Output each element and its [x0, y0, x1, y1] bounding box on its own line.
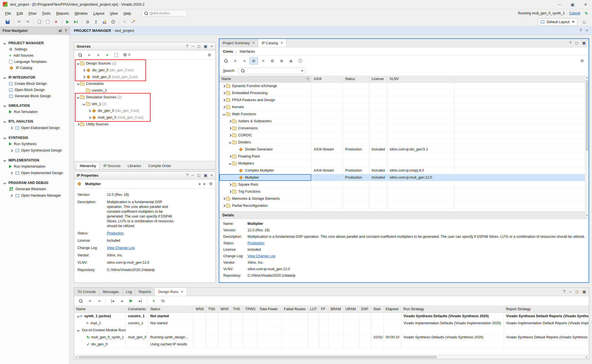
run-column-header-tns[interactable]: TNS: [206, 306, 218, 312]
percent-button[interactable]: %: [159, 297, 167, 305]
flownav-item-open-synthesized-design[interactable]: Open Synthesized Design: [0, 147, 70, 154]
step-forward-button[interactable]: ▸|: [136, 297, 145, 305]
source-item-constraints[interactable]: Constraints: [74, 80, 215, 87]
subtab-cores[interactable]: Cores: [223, 50, 233, 54]
info-button[interactable]: ⓘ: [296, 57, 304, 65]
catalog-row-dividers[interactable]: Dividers: [219, 139, 589, 146]
ip-properties-help-button[interactable]: ?: [186, 173, 188, 177]
flownav-item-settings[interactable]: ⚙Settings: [0, 46, 70, 52]
run-column-header-run-strategy[interactable]: Run Strategy: [401, 306, 504, 312]
run-column-header-total-power[interactable]: Total Power: [257, 306, 282, 312]
expand-toggle[interactable]: [81, 68, 86, 72]
catalog-row-trig-functions[interactable]: Trig Functions: [219, 188, 589, 195]
source-item-utility-sources[interactable]: Utility Sources: [74, 121, 215, 128]
package-button[interactable]: ◈: [287, 57, 295, 65]
tab-messages[interactable]: Messages: [100, 288, 123, 296]
run-column-header-start[interactable]: Start: [371, 306, 384, 312]
play-button[interactable]: [127, 297, 135, 305]
edit-button[interactable]: ✎: [120, 18, 129, 26]
flownav-section-header[interactable]: PROJECT MANAGER: [0, 40, 70, 46]
runs-help-button[interactable]: ?: [563, 290, 565, 294]
run-column-header-ff[interactable]: FF: [319, 306, 329, 312]
catalog-row-math-functions[interactable]: Math Functions: [219, 111, 589, 118]
source-item-sim-1[interactable]: sim_1(2): [74, 101, 215, 107]
copy-button[interactable]: [35, 18, 43, 26]
run-column-header-status[interactable]: Status: [148, 306, 194, 312]
collapse-toggle[interactable]: [2, 181, 7, 185]
flownav-item-generate-bitstream[interactable]: Generate Bitstream: [0, 186, 70, 192]
catalog-row-partial-reconfiguration[interactable]: Partial Reconfiguration: [219, 202, 589, 209]
menu-flow[interactable]: Flow: [26, 10, 39, 17]
collapse-all-button[interactable]: ≡: [86, 297, 94, 305]
runs-maximize-button[interactable]: ▣: [582, 290, 586, 294]
add-button[interactable]: +: [103, 51, 111, 59]
catalog-maximize-button[interactable]: ▣: [582, 41, 586, 45]
sources-tab-libraries[interactable]: Libraries: [125, 163, 144, 169]
search-button[interactable]: [76, 297, 85, 305]
settings-button[interactable]: ⚙: [83, 18, 92, 26]
run-column-header-failed-routes[interactable]: Failed Routes: [282, 306, 308, 312]
scroll-down-icon[interactable]: ▾: [585, 213, 589, 217]
flownav-section-header[interactable]: SYNTHESIS: [0, 135, 70, 141]
source-item-div-gen-0[interactable]: div_gen_0(div_gen_0.xci): [74, 67, 215, 74]
sources-tab-compile-order[interactable]: Compile Order: [145, 163, 174, 169]
sources-close-button[interactable]: ×: [211, 44, 213, 48]
undo-button[interactable]: ↶: [15, 18, 23, 26]
flownav-section-header[interactable]: IP INTEGRATOR: [0, 74, 70, 81]
expand-toggle[interactable]: [228, 126, 232, 130]
close-button[interactable]: ×: [586, 28, 588, 33]
run-column-header-name[interactable]: Name: [74, 306, 126, 312]
expand-toggle[interactable]: [76, 122, 80, 126]
flownav-item-add-sources[interactable]: +Add Sources: [0, 52, 70, 59]
menu-window[interactable]: Window: [72, 10, 90, 17]
close-button[interactable]: ×: [579, 0, 592, 9]
tab-reports[interactable]: Reports: [135, 288, 155, 296]
expand-all-button[interactable]: ≡: [94, 51, 102, 59]
design-run-row-impl-1[interactable]: impl_1constrs_1Not startedVivado Impleme…: [74, 320, 589, 327]
expand-toggle[interactable]: [9, 126, 14, 130]
run-column-header-wns[interactable]: WNS: [194, 306, 206, 312]
tab-project-summary[interactable]: Project Summary×: [219, 39, 258, 47]
layout-selector[interactable]: Default Layout: [538, 18, 577, 26]
catalog-row-dynamic-function-exchange[interactable]: Dynamic Function eXchange: [219, 83, 589, 90]
ip-properties-float-button[interactable]: ◻: [197, 173, 201, 177]
menu-layout[interactable]: Layout: [90, 10, 107, 17]
paste-button[interactable]: [43, 18, 52, 26]
expand-toggle[interactable]: [222, 91, 226, 95]
quick-access-search[interactable]: Quick Access: [142, 10, 187, 16]
sources-help-button[interactable]: ?: [186, 44, 188, 48]
subtab-interfaces[interactable]: Interfaces: [240, 50, 255, 54]
expand-toggle[interactable]: [228, 119, 232, 123]
expand-toggle[interactable]: [228, 189, 232, 194]
taxonomy-button[interactable]: ⊞: [249, 57, 258, 65]
search-button[interactable]: [222, 57, 230, 65]
save-button[interactable]: [3, 18, 12, 26]
catalog-row-divider-generator[interactable]: Divider GeneratorAXI4-StreamProductionIn…: [219, 146, 589, 153]
collapse-toggle[interactable]: [228, 161, 232, 166]
run-button[interactable]: [63, 18, 72, 26]
search-options-caret-icon[interactable]: [301, 70, 303, 72]
property-value[interactable]: Production: [248, 241, 585, 246]
column-header-license[interactable]: License: [369, 76, 387, 82]
flownav-item-language-templates[interactable]: Language Templates: [0, 59, 70, 65]
run-column-header-whs[interactable]: WHS: [218, 306, 231, 312]
expand-toggle[interactable]: [9, 193, 14, 198]
collapse-toggle[interactable]: [76, 95, 80, 99]
step-button[interactable]: [72, 18, 80, 26]
flownav-item-generate-block-design[interactable]: Generate Block Design: [0, 93, 70, 99]
cancel-link[interactable]: Cancel: [569, 11, 580, 15]
scroll-right-icon[interactable]: ▸: [584, 356, 589, 358]
flownav-section-header[interactable]: PROGRAM AND DEBUG: [0, 180, 70, 186]
property-value[interactable]: Production: [107, 231, 178, 236]
tab-tcl-console[interactable]: Tcl Console: [74, 288, 100, 296]
redo-button[interactable]: ↷: [23, 18, 32, 26]
collapse-toggle[interactable]: [81, 102, 86, 106]
property-value[interactable]: View Change Log: [248, 254, 585, 259]
expand-toggle[interactable]: [222, 203, 226, 208]
expand-toggle[interactable]: [9, 148, 14, 153]
sources-maximize-button[interactable]: ▣: [204, 44, 207, 48]
expand-toggle[interactable]: [87, 115, 92, 120]
link-button[interactable]: ⊕: [277, 57, 286, 65]
catalog-row-adders-subtracters[interactable]: Adders & Subtracters: [219, 118, 589, 125]
collapse-toggle[interactable]: [76, 61, 80, 66]
